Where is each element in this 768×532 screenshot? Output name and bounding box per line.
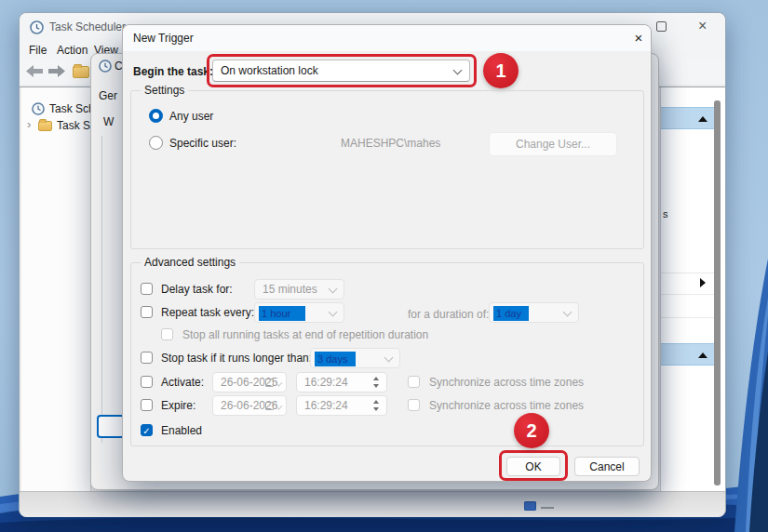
begin-task-label: Begin the task:	[133, 65, 213, 78]
duration-dropdown[interactable]: 1 day	[489, 302, 579, 323]
chevron-down-icon	[563, 308, 573, 317]
expire-sync-checkbox[interactable]	[408, 399, 420, 411]
delay-duration-value: 15 minutes	[263, 283, 317, 296]
activate-checkbox[interactable]	[141, 376, 153, 388]
actions-section-header[interactable]	[661, 343, 715, 366]
statusbar-icon-fragment	[524, 501, 536, 511]
menu-file[interactable]: File	[29, 44, 47, 57]
specific-user-value: MAHESHPC\mahes	[341, 137, 440, 150]
expire-label: Expire:	[161, 399, 195, 412]
repeat-task-label: Repeat task every:	[161, 306, 254, 319]
wallpaper-bloom-right	[725, 186, 768, 532]
stop-task-label: Stop task if it runs longer than:	[161, 352, 312, 365]
tree-item-task-scheduler-root[interactable]: Task Sche	[21, 101, 91, 117]
spinner-up-icon[interactable]	[373, 377, 379, 380]
chevron-down-icon	[329, 308, 338, 317]
annotation-badge-2: 2	[514, 413, 549, 448]
new-trigger-dialog: New Trigger × Begin the task: On worksta…	[122, 24, 652, 482]
console-tree-panel: Task Sche › Task S	[21, 87, 91, 491]
stop-task-duration-value: 3 days	[315, 352, 356, 366]
submenu-arrow-icon[interactable]	[700, 278, 706, 287]
window-title: Task Scheduler	[49, 20, 126, 33]
enabled-label: Enabled	[161, 424, 202, 437]
annotation-box-1	[207, 54, 477, 87]
stop-task-checkbox[interactable]	[141, 352, 153, 364]
tree-item-label: Task Sche	[49, 102, 91, 115]
change-user-button[interactable]: Change User...	[489, 132, 617, 156]
enabled-checkbox[interactable]: ✓	[141, 424, 153, 436]
groupbox-edge	[101, 136, 102, 443]
close-button[interactable]: ×	[698, 18, 707, 34]
activate-sync-checkbox[interactable]	[408, 376, 420, 388]
collapse-up-icon[interactable]	[698, 116, 707, 122]
expire-checkbox[interactable]	[141, 399, 153, 411]
clock-icon	[32, 102, 45, 115]
expire-time-value: 16:29:24	[304, 399, 348, 412]
activate-sync-label: Synchronize across time zones	[429, 376, 584, 389]
expire-time-field[interactable]: 16:29:24	[296, 395, 387, 416]
dialog-title: New Trigger	[133, 32, 194, 45]
cancel-button[interactable]: Cancel	[574, 457, 640, 476]
tab-general-fragment[interactable]: Ger	[99, 89, 117, 102]
collapse-up-icon[interactable]	[698, 352, 707, 358]
dialog-clock-icon	[99, 60, 112, 73]
dialog-close-icon[interactable]: ×	[629, 29, 648, 47]
actions-item-text-fragment[interactable]: s	[663, 208, 668, 219]
scrollbar[interactable]	[714, 100, 721, 485]
status-bar	[20, 491, 725, 517]
specific-user-label[interactable]: Specific user:	[169, 137, 236, 150]
tree-item-task-scheduler-library[interactable]: › Task S	[21, 118, 91, 134]
annotation-badge-1: 1	[483, 53, 519, 88]
chevron-down-icon	[329, 285, 338, 294]
toolbar-folder-icon[interactable]	[73, 66, 89, 78]
spinner-down-icon[interactable]	[373, 384, 379, 388]
list-divider	[661, 317, 715, 318]
repeat-interval-dropdown[interactable]: 1 hour	[254, 302, 344, 323]
repeat-task-checkbox[interactable]	[141, 306, 153, 318]
activate-time-value: 16:29:24	[304, 376, 348, 389]
menu-action[interactable]: Action	[57, 44, 88, 57]
delay-duration-dropdown[interactable]: 15 minutes	[254, 279, 344, 299]
focused-button-fragment[interactable]	[97, 415, 125, 438]
back-arrow-icon[interactable]	[25, 64, 44, 78]
forward-arrow-icon[interactable]	[47, 64, 66, 78]
activate-date-field[interactable]: 26-06-2025	[212, 372, 287, 392]
repeat-interval-value: 1 hour	[259, 306, 305, 321]
tree-expander-icon[interactable]: ›	[27, 117, 31, 131]
body-text-fragment: W	[103, 115, 114, 128]
maximize-button[interactable]	[656, 21, 667, 32]
stop-all-tasks-checkbox[interactable]	[161, 328, 173, 340]
duration-label: for a duration of:	[408, 308, 489, 321]
task-scheduler-icon	[30, 20, 44, 34]
delay-task-label: Delay task for:	[161, 283, 233, 296]
specific-user-radio[interactable]	[149, 136, 163, 150]
stop-all-tasks-label: Stop all running tasks at end of repetit…	[182, 328, 428, 341]
annotation-box-2	[499, 450, 568, 481]
actions-panel: s	[660, 87, 725, 491]
library-folder-icon	[38, 121, 52, 131]
duration-value: 1 day	[493, 306, 529, 321]
settings-group-label: Settings	[141, 84, 188, 97]
statusbar-text-fragment	[541, 507, 554, 509]
delay-task-checkbox[interactable]	[141, 283, 153, 295]
chevron-down-icon	[384, 353, 394, 363]
expire-sync-label: Synchronize across time zones	[429, 399, 584, 412]
desktop: Task Scheduler × File Action View	[0, 0, 768, 532]
advanced-settings-group-label: Advanced settings	[141, 256, 239, 269]
actions-section-header[interactable]	[661, 107, 715, 129]
any-user-label[interactable]: Any user	[169, 110, 213, 123]
tree-item-label: Task S	[57, 119, 90, 132]
stop-task-duration-dropdown[interactable]: 3 days	[310, 348, 400, 368]
activate-label: Activate:	[161, 376, 204, 389]
expire-date-field[interactable]: 26-06-2026	[212, 395, 287, 416]
any-user-radio[interactable]	[149, 109, 163, 123]
spinner-down-icon[interactable]	[373, 407, 379, 411]
dialog-title-bar[interactable]: New Trigger	[123, 25, 651, 51]
list-divider	[661, 294, 715, 295]
list-divider	[661, 273, 715, 273]
calendar-icon	[265, 402, 274, 410]
calendar-icon	[265, 379, 274, 387]
spinner-up-icon[interactable]	[373, 400, 379, 404]
activate-time-field[interactable]: 16:29:24	[296, 372, 387, 392]
